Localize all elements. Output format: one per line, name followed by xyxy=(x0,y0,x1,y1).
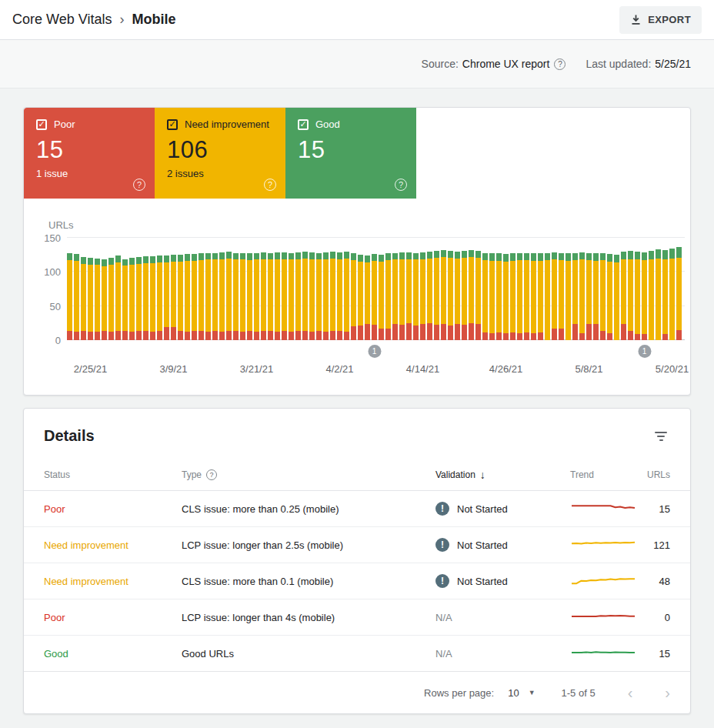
filter-icon[interactable] xyxy=(652,429,670,444)
stacked-bar[interactable] xyxy=(441,250,446,340)
column-header-urls[interactable]: URLs xyxy=(647,469,670,480)
stacked-bar[interactable] xyxy=(517,253,522,340)
stacked-bar[interactable] xyxy=(323,252,329,340)
stacked-bar[interactable] xyxy=(157,255,162,340)
stacked-bar[interactable] xyxy=(88,258,93,340)
status-card-need-improvement[interactable]: ✓Need improvement1062 issues? xyxy=(155,108,285,199)
help-icon[interactable]: ? xyxy=(206,469,217,480)
help-icon[interactable]: ? xyxy=(133,179,145,191)
help-icon[interactable]: ? xyxy=(554,58,566,70)
stacked-bar[interactable] xyxy=(385,253,391,340)
annotation-marker[interactable]: 1 xyxy=(638,345,651,358)
stacked-bar[interactable] xyxy=(462,251,467,340)
checked-checkbox-icon[interactable]: ✓ xyxy=(36,119,47,130)
stacked-bar[interactable] xyxy=(143,256,148,340)
help-icon[interactable]: ? xyxy=(264,179,276,191)
stacked-bar[interactable] xyxy=(475,251,481,340)
stacked-bar[interactable] xyxy=(649,251,654,340)
stacked-bar[interactable] xyxy=(344,252,349,340)
stacked-bar[interactable] xyxy=(115,255,121,340)
stacked-bar[interactable] xyxy=(545,253,550,340)
stacked-bar[interactable] xyxy=(482,253,488,340)
stacked-bar[interactable] xyxy=(607,254,612,340)
status-card-good[interactable]: ✓Good15? xyxy=(285,108,416,199)
stacked-bar[interactable] xyxy=(365,255,370,340)
stacked-bar[interactable] xyxy=(108,258,114,340)
export-button[interactable]: EXPORT xyxy=(619,6,702,34)
stacked-bar[interactable] xyxy=(628,251,633,340)
checked-checkbox-icon[interactable]: ✓ xyxy=(298,119,309,130)
stacked-bar[interactable] xyxy=(212,253,218,340)
stacked-bar[interactable] xyxy=(226,252,232,340)
stacked-bar[interactable] xyxy=(572,253,578,340)
stacked-bar[interactable] xyxy=(247,253,252,340)
stacked-bar[interactable] xyxy=(122,259,128,340)
table-row[interactable]: GoodGood URLsN/A15 xyxy=(24,636,690,672)
stacked-bar[interactable] xyxy=(150,256,155,340)
stacked-bar[interactable] xyxy=(399,252,405,340)
stacked-bar[interactable] xyxy=(295,252,301,340)
stacked-bar[interactable] xyxy=(593,253,599,340)
stacked-bar[interactable] xyxy=(275,252,280,340)
stacked-bar[interactable] xyxy=(289,253,294,340)
stacked-bar[interactable] xyxy=(205,253,211,340)
stacked-bar[interactable] xyxy=(316,253,322,340)
stacked-bar[interactable] xyxy=(406,252,412,340)
stacked-bar[interactable] xyxy=(579,252,585,340)
stacked-bar[interactable] xyxy=(559,253,564,340)
stacked-bar[interactable] xyxy=(309,252,315,340)
stacked-bar[interactable] xyxy=(552,252,557,340)
stacked-bar[interactable] xyxy=(351,253,356,340)
column-header-status[interactable]: Status xyxy=(44,469,182,480)
stacked-bar[interactable] xyxy=(233,253,239,340)
stacked-bar[interactable] xyxy=(434,251,439,340)
stacked-bar[interactable] xyxy=(662,250,668,340)
stacked-bar[interactable] xyxy=(95,259,100,340)
status-card-poor[interactable]: ✓Poor151 issue? xyxy=(24,108,155,199)
stacked-bar[interactable] xyxy=(669,249,675,340)
stacked-bar[interactable] xyxy=(510,253,515,340)
stacked-bar[interactable] xyxy=(413,253,419,340)
checked-checkbox-icon[interactable]: ✓ xyxy=(167,119,178,130)
stacked-bar[interactable] xyxy=(330,252,335,340)
stacked-bar[interactable] xyxy=(372,254,377,340)
table-row[interactable]: Need improvementCLS issue: more than 0.1… xyxy=(24,563,690,599)
stacked-bar[interactable] xyxy=(489,253,495,340)
stacked-bar[interactable] xyxy=(74,254,79,340)
stacked-bar[interactable] xyxy=(282,252,287,340)
stacked-bar[interactable] xyxy=(199,253,204,340)
stacked-bar[interactable] xyxy=(129,258,135,340)
stacked-bar[interactable] xyxy=(524,253,529,340)
stacked-bar[interactable] xyxy=(337,252,342,340)
stacked-bar[interactable] xyxy=(254,253,259,340)
stacked-bar[interactable] xyxy=(503,254,509,340)
stacked-bar[interactable] xyxy=(136,257,142,340)
stacked-bar[interactable] xyxy=(600,253,606,340)
stacked-bar[interactable] xyxy=(261,252,266,340)
stacked-bar[interactable] xyxy=(67,253,72,340)
stacked-bar[interactable] xyxy=(566,253,571,340)
stacked-bar[interactable] xyxy=(171,255,176,340)
previous-page-button[interactable]: ‹ xyxy=(628,685,633,700)
stacked-bar[interactable] xyxy=(586,253,592,340)
annotation-marker[interactable]: 1 xyxy=(368,345,381,358)
rows-per-page-select[interactable]: 10 ▼ xyxy=(508,687,535,699)
stacked-bar[interactable] xyxy=(164,255,169,340)
table-row[interactable]: PoorCLS issue: more than 0.25 (mobile)!N… xyxy=(24,491,690,527)
stacked-bar[interactable] xyxy=(469,250,474,340)
stacked-bar[interactable] xyxy=(420,252,425,340)
stacked-bar[interactable] xyxy=(268,253,273,340)
stacked-bar[interactable] xyxy=(379,255,384,340)
stacked-bar[interactable] xyxy=(642,252,647,340)
stacked-bar[interactable] xyxy=(192,254,197,340)
stacked-bar[interactable] xyxy=(392,253,398,340)
stacked-bar[interactable] xyxy=(178,255,183,340)
stacked-bar[interactable] xyxy=(676,247,682,340)
stacked-bar[interactable] xyxy=(240,253,245,340)
stacked-bar[interactable] xyxy=(496,253,502,340)
stacked-bar[interactable] xyxy=(614,255,619,340)
stacked-bar[interactable] xyxy=(531,253,536,340)
stacked-bar[interactable] xyxy=(81,257,86,340)
stacked-bar[interactable] xyxy=(427,252,432,340)
stacked-bar[interactable] xyxy=(102,259,107,340)
